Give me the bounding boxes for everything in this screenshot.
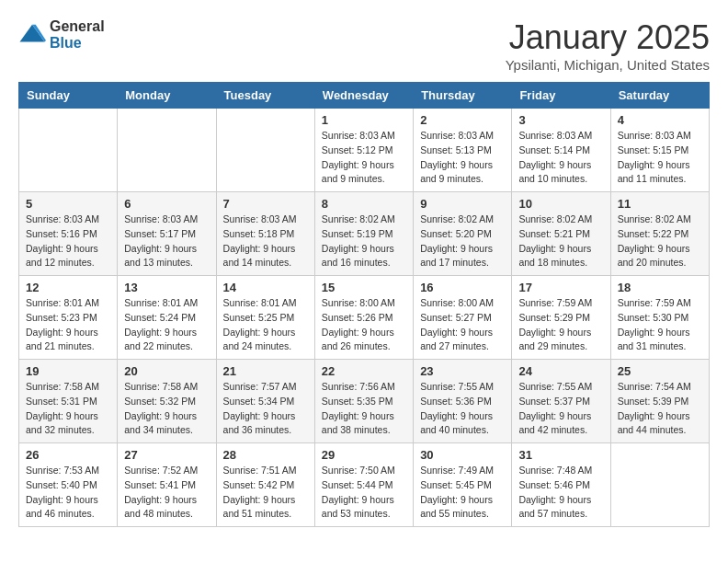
- day-info: Sunrise: 7:50 AMSunset: 5:44 PMDaylight:…: [322, 464, 406, 522]
- location: Ypsilanti, Michigan, United States: [506, 57, 710, 73]
- page-header: General Blue January 2025 Ypsilanti, Mic…: [18, 18, 710, 73]
- calendar-cell: 11Sunrise: 8:02 AMSunset: 5:22 PMDayligh…: [610, 192, 709, 276]
- calendar-cell: 5Sunrise: 8:03 AMSunset: 5:16 PMDaylight…: [19, 192, 118, 276]
- calendar-cell: 9Sunrise: 8:02 AMSunset: 5:20 PMDaylight…: [414, 192, 512, 276]
- calendar-table: SundayMondayTuesdayWednesdayThursdayFrid…: [18, 82, 710, 527]
- day-number: 19: [26, 364, 110, 378]
- calendar-week-row: 5Sunrise: 8:03 AMSunset: 5:16 PMDaylight…: [19, 192, 710, 276]
- calendar-header-monday: Monday: [118, 83, 216, 109]
- day-info: Sunrise: 7:52 AMSunset: 5:41 PMDaylight:…: [124, 464, 209, 522]
- day-number: 9: [420, 197, 505, 211]
- calendar-cell: 25Sunrise: 7:54 AMSunset: 5:39 PMDayligh…: [610, 360, 709, 443]
- calendar-cell: 14Sunrise: 8:01 AMSunset: 5:25 PMDayligh…: [216, 276, 314, 360]
- calendar-cell: 6Sunrise: 8:03 AMSunset: 5:17 PMDaylight…: [118, 192, 216, 276]
- calendar-cell: 7Sunrise: 8:03 AMSunset: 5:18 PMDaylight…: [216, 192, 314, 276]
- calendar-cell: 28Sunrise: 7:51 AMSunset: 5:42 PMDayligh…: [216, 443, 314, 527]
- day-info: Sunrise: 7:49 AMSunset: 5:45 PMDaylight:…: [420, 464, 505, 522]
- day-number: 20: [124, 364, 209, 378]
- calendar-cell: 21Sunrise: 7:57 AMSunset: 5:34 PMDayligh…: [216, 360, 314, 443]
- day-info: Sunrise: 8:03 AMSunset: 5:15 PMDaylight:…: [618, 129, 702, 187]
- calendar-cell: 30Sunrise: 7:49 AMSunset: 5:45 PMDayligh…: [414, 443, 512, 527]
- day-number: 12: [26, 281, 110, 294]
- calendar-week-row: 12Sunrise: 8:01 AMSunset: 5:23 PMDayligh…: [19, 276, 710, 360]
- day-number: 11: [618, 197, 702, 211]
- day-number: 5: [26, 197, 110, 211]
- day-number: 14: [223, 281, 308, 294]
- calendar-cell: 1Sunrise: 8:03 AMSunset: 5:12 PMDaylight…: [314, 109, 413, 192]
- day-info: Sunrise: 8:03 AMSunset: 5:17 PMDaylight:…: [124, 213, 209, 270]
- calendar-cell: 16Sunrise: 8:00 AMSunset: 5:27 PMDayligh…: [414, 276, 512, 360]
- day-info: Sunrise: 8:00 AMSunset: 5:26 PMDaylight:…: [322, 296, 406, 354]
- day-info: Sunrise: 7:48 AMSunset: 5:46 PMDaylight:…: [518, 464, 603, 522]
- calendar-header-sunday: Sunday: [19, 83, 118, 109]
- calendar-cell: 13Sunrise: 8:01 AMSunset: 5:24 PMDayligh…: [118, 276, 216, 360]
- logo: General Blue: [18, 18, 105, 51]
- day-number: 6: [124, 197, 209, 211]
- day-info: Sunrise: 7:55 AMSunset: 5:36 PMDaylight:…: [420, 380, 505, 438]
- calendar-cell: 23Sunrise: 7:55 AMSunset: 5:36 PMDayligh…: [414, 360, 512, 443]
- calendar-header-thursday: Thursday: [414, 83, 512, 109]
- day-number: 1: [322, 113, 406, 127]
- calendar-cell: 31Sunrise: 7:48 AMSunset: 5:46 PMDayligh…: [512, 443, 610, 527]
- day-info: Sunrise: 7:56 AMSunset: 5:35 PMDaylight:…: [322, 380, 406, 438]
- day-info: Sunrise: 7:59 AMSunset: 5:30 PMDaylight:…: [618, 296, 702, 354]
- day-number: 23: [420, 364, 505, 378]
- calendar-header-saturday: Saturday: [610, 83, 709, 109]
- day-info: Sunrise: 8:03 AMSunset: 5:14 PMDaylight:…: [518, 129, 603, 187]
- calendar-header-row: SundayMondayTuesdayWednesdayThursdayFrid…: [19, 83, 710, 109]
- logo-general-text: General: [50, 18, 105, 35]
- day-info: Sunrise: 7:54 AMSunset: 5:39 PMDaylight:…: [618, 380, 702, 438]
- day-number: 29: [322, 448, 406, 462]
- calendar-cell: [19, 109, 118, 192]
- day-info: Sunrise: 8:03 AMSunset: 5:12 PMDaylight:…: [322, 129, 406, 187]
- day-info: Sunrise: 8:02 AMSunset: 5:22 PMDaylight:…: [618, 213, 702, 270]
- day-number: 18: [618, 281, 702, 294]
- day-number: 21: [223, 364, 308, 378]
- calendar-cell: 17Sunrise: 7:59 AMSunset: 5:29 PMDayligh…: [512, 276, 610, 360]
- day-number: 7: [223, 197, 308, 211]
- calendar-header-friday: Friday: [512, 83, 610, 109]
- day-number: 3: [518, 113, 603, 127]
- calendar-header-tuesday: Tuesday: [216, 83, 314, 109]
- calendar-header-wednesday: Wednesday: [314, 83, 413, 109]
- calendar-cell: 3Sunrise: 8:03 AMSunset: 5:14 PMDaylight…: [512, 109, 610, 192]
- day-info: Sunrise: 8:02 AMSunset: 5:21 PMDaylight:…: [518, 213, 603, 270]
- day-number: 2: [420, 113, 505, 127]
- calendar-cell: 15Sunrise: 8:00 AMSunset: 5:26 PMDayligh…: [314, 276, 413, 360]
- day-number: 13: [124, 281, 209, 294]
- day-info: Sunrise: 7:55 AMSunset: 5:37 PMDaylight:…: [518, 380, 603, 438]
- title-area: January 2025 Ypsilanti, Michigan, United…: [506, 18, 710, 73]
- calendar-week-row: 26Sunrise: 7:53 AMSunset: 5:40 PMDayligh…: [19, 443, 710, 527]
- day-number: 28: [223, 448, 308, 462]
- calendar-cell: 20Sunrise: 7:58 AMSunset: 5:32 PMDayligh…: [118, 360, 216, 443]
- calendar-cell: [216, 109, 314, 192]
- calendar-cell: 2Sunrise: 8:03 AMSunset: 5:13 PMDaylight…: [414, 109, 512, 192]
- day-info: Sunrise: 8:03 AMSunset: 5:13 PMDaylight:…: [420, 129, 505, 187]
- calendar-cell: 22Sunrise: 7:56 AMSunset: 5:35 PMDayligh…: [314, 360, 413, 443]
- logo-blue-text: Blue: [50, 35, 105, 52]
- calendar-cell: 8Sunrise: 8:02 AMSunset: 5:19 PMDaylight…: [314, 192, 413, 276]
- day-info: Sunrise: 7:53 AMSunset: 5:40 PMDaylight:…: [26, 464, 110, 522]
- calendar-cell: 27Sunrise: 7:52 AMSunset: 5:41 PMDayligh…: [118, 443, 216, 527]
- day-info: Sunrise: 7:51 AMSunset: 5:42 PMDaylight:…: [223, 464, 308, 522]
- calendar-week-row: 1Sunrise: 8:03 AMSunset: 5:12 PMDaylight…: [19, 109, 710, 192]
- day-number: 10: [518, 197, 603, 211]
- day-number: 17: [518, 281, 603, 294]
- day-number: 15: [322, 281, 406, 294]
- day-info: Sunrise: 7:58 AMSunset: 5:32 PMDaylight:…: [124, 380, 209, 438]
- calendar-cell: [610, 443, 709, 527]
- day-info: Sunrise: 7:59 AMSunset: 5:29 PMDaylight:…: [518, 296, 603, 354]
- calendar-cell: 19Sunrise: 7:58 AMSunset: 5:31 PMDayligh…: [19, 360, 118, 443]
- day-info: Sunrise: 8:00 AMSunset: 5:27 PMDaylight:…: [420, 296, 505, 354]
- day-info: Sunrise: 8:03 AMSunset: 5:16 PMDaylight:…: [26, 213, 110, 270]
- calendar-cell: 29Sunrise: 7:50 AMSunset: 5:44 PMDayligh…: [314, 443, 413, 527]
- day-number: 31: [518, 448, 603, 462]
- month-title: January 2025: [506, 18, 710, 57]
- calendar-cell: 26Sunrise: 7:53 AMSunset: 5:40 PMDayligh…: [19, 443, 118, 527]
- day-info: Sunrise: 8:01 AMSunset: 5:24 PMDaylight:…: [124, 296, 209, 354]
- day-number: 8: [322, 197, 406, 211]
- calendar-week-row: 19Sunrise: 7:58 AMSunset: 5:31 PMDayligh…: [19, 360, 710, 443]
- day-info: Sunrise: 8:02 AMSunset: 5:19 PMDaylight:…: [322, 213, 406, 270]
- calendar-cell: [118, 109, 216, 192]
- day-info: Sunrise: 7:58 AMSunset: 5:31 PMDaylight:…: [26, 380, 110, 438]
